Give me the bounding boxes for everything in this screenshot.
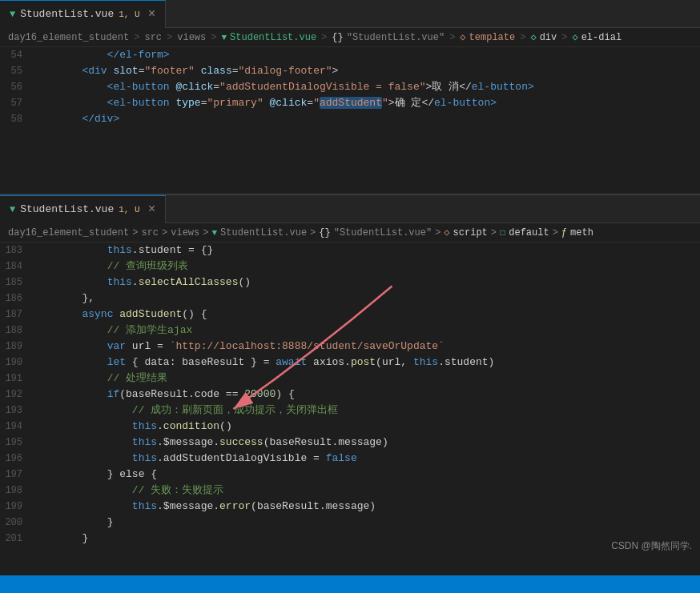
- bc-sep3: >: [211, 32, 216, 43]
- line-content: <div slot="footer" class="dialog-footer"…: [32, 63, 700, 79]
- line-number: 199: [0, 499, 32, 515]
- line-number: 201: [0, 531, 32, 547]
- bc-template: template: [469, 32, 516, 43]
- code-line: 55 <div slot="footer" class="dialog-foot…: [0, 63, 700, 79]
- bc-views: views: [177, 32, 206, 43]
- bc2-square: ☐: [500, 226, 505, 238]
- bottom-tab-close[interactable]: ×: [148, 202, 156, 217]
- line-content: </div>: [32, 111, 700, 127]
- code-line: 198 // 失败：失败提示: [0, 483, 700, 499]
- line-content: async addStudent() {: [32, 307, 700, 323]
- line-content: let { data: baseResult } = await axios.p…: [32, 355, 700, 371]
- line-number: 55: [0, 63, 32, 79]
- line-content: // 失败：失败提示: [32, 483, 700, 499]
- line-number: 195: [0, 435, 32, 451]
- bc2-file: StudentList.vue: [220, 227, 307, 238]
- code-line: 56 <el-button @click="addStudentDialogVi…: [0, 79, 700, 95]
- bc-path-folder: day16_element_student: [8, 32, 129, 43]
- bc-file1: StudentList.vue: [230, 32, 316, 43]
- line-content: this.student = {}: [32, 242, 700, 258]
- line-content: }: [32, 515, 700, 531]
- line-number: 194: [0, 419, 32, 435]
- top-code-pane: 54 </el-form>55 <div slot="footer" class…: [0, 47, 700, 195]
- line-content: <el-button @click="addStudentDialogVisib…: [32, 79, 700, 95]
- bc2-sep4: >: [310, 227, 316, 238]
- line-number: 188: [0, 323, 32, 339]
- bc2-vue-icon: ▼: [211, 228, 217, 238]
- code-line: 196 this.addStudentDialogVisible = false: [0, 451, 700, 467]
- bc2-meth: meth: [570, 227, 593, 238]
- bc2-meth-icon: ƒ: [561, 227, 567, 238]
- line-content: this.selectAllClasses(): [32, 274, 700, 290]
- bc-diamond2: ◇: [530, 31, 536, 43]
- bc-eldial: el-dial: [581, 32, 622, 43]
- bottom-tab[interactable]: ▼ StudentList.vue 1, U ×: [0, 195, 166, 223]
- code-line: 195 this.$message.success(baseResult.mes…: [0, 435, 700, 451]
- line-content: // 成功：刷新页面，成功提示，关闭弹出框: [32, 403, 700, 419]
- code-line: 186 },: [0, 290, 700, 307]
- code-line: 184 // 查询班级列表: [0, 258, 700, 274]
- bc2-src: src: [141, 227, 159, 238]
- bc-src: src: [144, 32, 162, 43]
- line-content: if(baseResult.code == 20000) {: [32, 387, 700, 403]
- top-tab-modified: 1, U: [119, 10, 139, 19]
- line-number: 56: [0, 79, 32, 95]
- code-line: 201 }: [0, 531, 700, 547]
- line-number: 183: [0, 242, 32, 258]
- line-number: 192: [0, 387, 32, 403]
- code-line: 188 // 添加学生ajax: [0, 323, 700, 339]
- top-tab[interactable]: ▼ StudentList.vue 1, U ×: [0, 0, 166, 28]
- line-number: 193: [0, 403, 32, 419]
- line-content: this.condition(): [32, 419, 700, 435]
- bc-diamond1: ◇: [460, 31, 465, 43]
- bottom-pane-wrapper: 183 this.student = {}184 // 查询班级列表185 th…: [0, 242, 700, 575]
- code-line: 57 <el-button type="primary" @click="add…: [0, 95, 700, 111]
- line-number: 186: [0, 290, 32, 307]
- bottom-code-content: 183 this.student = {}184 // 查询班级列表185 th…: [0, 242, 700, 547]
- bottom-code-pane: 183 this.student = {}184 // 查询班级列表185 th…: [0, 242, 700, 575]
- bc2-default: default: [509, 227, 549, 238]
- bc2-views: views: [171, 227, 199, 238]
- line-number: 196: [0, 451, 32, 467]
- line-number: 187: [0, 307, 32, 323]
- code-line: 193 // 成功：刷新页面，成功提示，关闭弹出框: [0, 403, 700, 419]
- top-tab-label: StudentList.vue: [20, 8, 114, 20]
- top-tab-bar: ▼ StudentList.vue 1, U ×: [0, 0, 700, 28]
- line-content: // 查询班级列表: [32, 258, 700, 274]
- bottom-tab-bar: ▼ StudentList.vue 1, U ×: [0, 195, 700, 223]
- code-line: 194 this.condition(): [0, 419, 700, 435]
- bc-sep1: >: [134, 32, 139, 43]
- code-line: 54 </el-form>: [0, 47, 700, 63]
- code-line: 187 async addStudent() {: [0, 307, 700, 323]
- bc-quoted: "StudentList.vue": [347, 32, 445, 43]
- bc2-sep7: >: [553, 227, 558, 238]
- bc2-diamond1: ◇: [444, 226, 449, 238]
- code-line: 190 let { data: baseResult } = await axi…: [0, 355, 700, 371]
- line-content: <el-button type="primary" @click="addStu…: [32, 95, 700, 111]
- line-content: // 添加学生ajax: [32, 323, 700, 339]
- code-line: 185 this.selectAllClasses(): [0, 274, 700, 290]
- code-line: 197 } else {: [0, 467, 700, 483]
- code-line: 199 this.$message.error(baseResult.messa…: [0, 499, 700, 515]
- line-content: }: [32, 531, 700, 547]
- vue-icon: ▼: [10, 9, 15, 20]
- vue-icon-2: ▼: [10, 204, 15, 215]
- line-number: 197: [0, 467, 32, 483]
- bc-sep7: >: [561, 32, 567, 43]
- bc2-folder: day16_element_student: [8, 227, 129, 238]
- line-content: </el-form>: [32, 47, 700, 63]
- bottom-breadcrumb: day16_element_student > src > views > ▼ …: [0, 223, 700, 242]
- line-number: 184: [0, 258, 32, 274]
- line-number: 189: [0, 339, 32, 355]
- line-content: var url = `http://localhost:8888/student…: [32, 339, 700, 355]
- line-number: 191: [0, 371, 32, 387]
- line-content: this.$message.success(baseResult.message…: [32, 435, 700, 451]
- code-line: 192 if(baseResult.code == 20000) {: [0, 387, 700, 403]
- top-tab-close[interactable]: ×: [148, 7, 156, 22]
- line-number: 198: [0, 483, 32, 499]
- line-number: 190: [0, 355, 32, 371]
- code-line: 58 </div>: [0, 111, 700, 127]
- bottom-tab-label: StudentList.vue: [20, 203, 114, 215]
- line-number: 58: [0, 111, 32, 127]
- bc2-quoted: "StudentList.vue": [334, 227, 432, 238]
